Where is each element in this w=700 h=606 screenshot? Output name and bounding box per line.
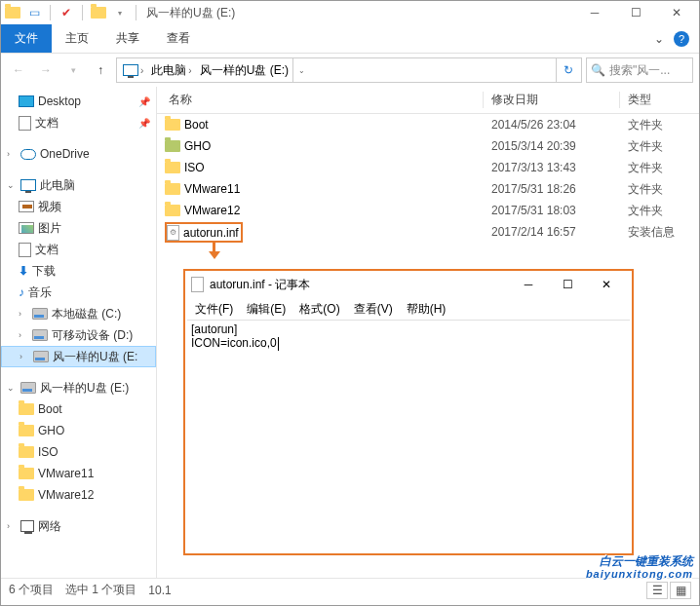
notepad-close-button[interactable]: ✕ [587, 271, 626, 298]
tree-folder-gho[interactable]: GHO [1, 420, 156, 441]
tree-videos[interactable]: 视频 [1, 196, 156, 217]
notepad-app-icon [191, 277, 204, 292]
search-input[interactable]: 🔍 搜索"风一... [586, 57, 693, 83]
annotation-highlight: autorun.inf [165, 222, 243, 243]
tree-folder-boot[interactable]: Boot [1, 398, 156, 420]
tree-downloads[interactable]: ⬇下载 [1, 260, 156, 282]
disk-icon [32, 329, 48, 341]
tree-desktop[interactable]: Desktop📌 [1, 91, 156, 112]
view-details-button[interactable]: ☰ [646, 582, 668, 599]
tree-network[interactable]: ›网络 [1, 515, 156, 537]
pc-icon [20, 179, 36, 191]
tab-share[interactable]: 共享 [102, 24, 153, 53]
tab-home[interactable]: 主页 [52, 24, 102, 53]
disk-icon [32, 308, 48, 320]
qat-check-icon[interactable]: ✔ [57, 3, 76, 22]
pin-icon: 📌 [138, 96, 150, 107]
music-icon: ♪ [19, 285, 24, 299]
status-item-count: 6 个项目 [9, 582, 54, 598]
tree-folder-iso[interactable]: ISO [1, 441, 156, 463]
notepad-window[interactable]: autorun.inf - 记事本 ─ ☐ ✕ 文件(F) 编辑(E) 格式(O… [183, 269, 634, 555]
notepad-text-area[interactable]: [autorun] ICON=icon.ico,0 [187, 320, 630, 551]
notepad-menu-help[interactable]: 帮助(H) [401, 301, 452, 318]
tree-drive-e-root[interactable]: ⌄风一样的U盘 (E:) [1, 377, 156, 398]
window-titlebar: ▭ ✔ ▾ 风一样的U盘 (E:) ─ ☐ ✕ [1, 1, 699, 24]
tree-music[interactable]: ♪音乐 [1, 282, 156, 303]
folder-app-icon [3, 3, 22, 22]
watermark: 白云一键重装系统 baiyunxitong.com [586, 555, 693, 580]
minimize-button[interactable]: ─ [574, 1, 615, 24]
desktop-icon [19, 95, 34, 107]
folder-icon [165, 183, 180, 195]
list-item[interactable]: VMware122017/5/31 18:03文件夹 [157, 200, 699, 221]
view-icons-button[interactable]: ▦ [670, 582, 691, 599]
tree-this-pc[interactable]: ⌄此电脑 [1, 174, 156, 196]
folder-icon [19, 446, 34, 458]
tree-docs[interactable]: 文档 [1, 239, 156, 260]
qat-dropdown-icon[interactable]: ▾ [110, 3, 130, 22]
tree-onedrive[interactable]: ›OneDrive [1, 143, 156, 165]
annotation-arrow-icon [209, 242, 218, 259]
tree-drive-d[interactable]: ›可移动设备 (D:) [1, 324, 156, 346]
tree-folder-vmware12[interactable]: VMware12 [1, 484, 156, 506]
status-selected-count: 选中 1 个项目 [65, 582, 136, 598]
list-item[interactable]: ISO2017/3/13 13:43文件夹 [157, 157, 699, 178]
list-item[interactable]: VMware112017/5/31 18:26文件夹 [157, 178, 699, 200]
text-cursor [278, 337, 279, 351]
notepad-menu-edit[interactable]: 编辑(E) [241, 301, 292, 318]
column-name[interactable]: 名称 [157, 92, 484, 108]
crumb-drive[interactable]: 风一样的U盘 (E:) [200, 62, 289, 79]
list-item-autorun[interactable]: autorun.inf 2017/2/14 16:57安装信息 [157, 221, 699, 243]
folder-icon [19, 489, 34, 501]
notepad-menu-bar[interactable]: 文件(F) 编辑(E) 格式(O) 查看(V) 帮助(H) [185, 298, 632, 320]
up-button[interactable]: ↑ [89, 58, 112, 82]
navigation-toolbar: ← → ▾ ↑ › 此电脑› 风一样的U盘 (E:) ⌄ ↻ 🔍 搜索"风一..… [1, 54, 699, 87]
folder-icon [19, 403, 34, 415]
column-type[interactable]: 类型 [620, 92, 699, 108]
network-icon [20, 520, 34, 532]
column-date[interactable]: 修改日期 [484, 92, 620, 108]
forward-button[interactable]: → [34, 58, 58, 82]
notepad-titlebar[interactable]: autorun.inf - 记事本 ─ ☐ ✕ [185, 271, 632, 298]
tree-folder-vmware11[interactable]: VMware11 [1, 463, 156, 484]
tree-documents[interactable]: 文档📌 [1, 112, 156, 133]
maximize-button[interactable]: ☐ [615, 1, 656, 24]
qat-properties-icon[interactable]: ▭ [24, 3, 44, 22]
column-headers[interactable]: 名称 修改日期 类型 [157, 87, 699, 114]
back-button[interactable]: ← [7, 58, 30, 82]
onedrive-icon [20, 149, 36, 160]
recent-locations-icon[interactable]: ▾ [61, 58, 85, 82]
folder-icon [165, 162, 180, 173]
notepad-menu-view[interactable]: 查看(V) [348, 301, 399, 318]
notepad-minimize-button[interactable]: ─ [509, 271, 548, 298]
tree-drive-c[interactable]: ›本地磁盘 (C:) [1, 303, 156, 324]
crumb-pc[interactable]: 此电脑 [151, 62, 186, 79]
tree-pictures[interactable]: 图片 [1, 217, 156, 239]
tab-file[interactable]: 文件 [1, 24, 52, 53]
picture-icon [19, 222, 34, 234]
close-button[interactable]: ✕ [656, 1, 697, 24]
folder-icon [19, 425, 34, 436]
ribbon-tabs: 文件 主页 共享 查看 ⌄ ? [1, 24, 699, 54]
tab-view[interactable]: 查看 [153, 24, 204, 53]
list-item[interactable]: Boot2014/5/26 23:04文件夹 [157, 114, 699, 135]
notepad-menu-format[interactable]: 格式(O) [293, 301, 345, 318]
navigation-tree[interactable]: Desktop📌 文档📌 ›OneDrive ⌄此电脑 视频 图片 文档 ⬇下载… [1, 87, 157, 578]
folder-icon [19, 468, 34, 479]
refresh-button[interactable]: ↻ [556, 58, 579, 82]
notepad-menu-file[interactable]: 文件(F) [189, 301, 239, 318]
ribbon-expand-icon[interactable]: ⌄ [654, 32, 664, 46]
notepad-maximize-button[interactable]: ☐ [548, 271, 587, 298]
document-icon [19, 243, 31, 257]
folder-title-icon [89, 3, 108, 22]
list-item[interactable]: GHO2015/3/14 20:39文件夹 [157, 135, 699, 157]
breadcrumb-bar[interactable]: › 此电脑› 风一样的U盘 (E:) ⌄ ↻ [116, 57, 582, 83]
notepad-title: autorun.inf - 记事本 [210, 277, 310, 293]
search-icon: 🔍 [591, 63, 605, 77]
tree-drive-e[interactable]: ›风一样的U盘 (E: [1, 346, 156, 367]
breadcrumb-dropdown-icon[interactable]: ⌄ [292, 58, 310, 82]
document-icon [19, 116, 31, 131]
inf-file-icon [167, 225, 179, 241]
help-icon[interactable]: ? [674, 31, 689, 47]
disk-icon [33, 351, 49, 362]
